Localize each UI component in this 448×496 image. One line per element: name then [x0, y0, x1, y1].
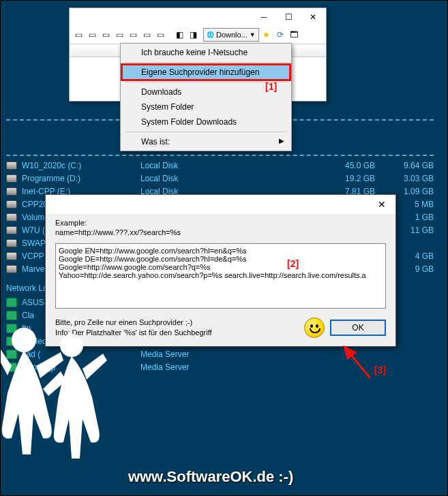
network-type: Media Server — [140, 362, 189, 372]
network-icon — [6, 350, 17, 359]
drive-type: Local Disk — [140, 161, 311, 170]
network-type: Media Server — [140, 350, 189, 359]
dialog-close-button[interactable]: ✕ — [368, 196, 395, 213]
toolbar-icon[interactable]: ▭ — [154, 29, 166, 41]
toolbar-icon[interactable]: ▭ — [72, 29, 85, 41]
drive-icon — [6, 161, 17, 170]
dialog-info-line1: Bitte, pro Zeile nur einen Suchprovider … — [55, 317, 299, 327]
drive-icon — [6, 187, 17, 196]
inet-search-dropdown[interactable]: 🌐 Downlo... ▼ — [203, 28, 259, 42]
annotation-marker-3: [3] — [374, 365, 386, 375]
network-item[interactable]: Nenad (pMedia Server — [6, 360, 189, 373]
example-line: name=http://www.???.xx/?search=%s — [55, 228, 386, 237]
drive-size-total: 19.2 GB — [314, 174, 375, 183]
drive-icon — [6, 174, 17, 183]
network-icon — [6, 337, 17, 346]
annotation-marker-2: [2] — [287, 258, 299, 269]
favorite-icon[interactable]: ★ — [260, 29, 273, 41]
toolbar-icon[interactable]: ▭ — [86, 29, 98, 41]
drive-icon — [6, 226, 17, 234]
drive-icon — [6, 265, 17, 273]
drive-size-free: 3.03 GB — [378, 174, 439, 183]
toolbar-icon[interactable]: ◧ — [173, 29, 185, 41]
network-icon — [6, 298, 17, 307]
toolbar-icon[interactable]: ▭ — [113, 29, 125, 41]
dialog-titlebar: ✕ — [46, 195, 395, 214]
inet-dropdown-menu: Ich brauche keine I-Netsuche Eigene Such… — [120, 43, 292, 151]
example-label: Example: — [55, 218, 386, 228]
submenu-arrow-icon: ▶ — [279, 137, 284, 144]
inet-icon: 🌐 — [207, 31, 214, 38]
drive-type: Local Disk — [140, 174, 311, 183]
toolbar-icon[interactable]: ⟳ — [274, 29, 286, 41]
drive-icon — [6, 252, 17, 260]
drive-name: Programme (D:) — [22, 174, 138, 183]
svg-line-0 — [344, 347, 370, 378]
menu-item-add-provider[interactable]: Eigene Suchprovider hinzufügen — [122, 65, 290, 80]
annotation-arrow — [335, 341, 376, 382]
toolbar-icon[interactable]: 🗔 — [288, 29, 300, 41]
drive-size-total: 45.0 GB — [314, 161, 375, 170]
menu-item-label: Was ist: — [141, 137, 170, 146]
ok-button[interactable]: OK — [330, 320, 386, 336]
drive-icon — [6, 200, 17, 208]
drive-icon — [6, 213, 17, 221]
toolbar-icon[interactable]: ◨ — [187, 29, 199, 41]
drive-icon — [6, 239, 17, 247]
menu-item-system-folder-downloads[interactable]: System Folder Downloads — [122, 114, 290, 129]
toolbar: ▭ ▭ ▭ ▭ ▭ ▭ ▭ ◧ ◨ 🌐 Downlo... ▼ ★ ⟳ 🗔 — [70, 26, 326, 44]
divider — [6, 155, 434, 156]
menu-separator — [125, 62, 287, 63]
brand-bottom-text: www.SoftwareOK.de :-) — [128, 468, 293, 486]
toolbar-icon[interactable]: ▭ — [100, 29, 112, 41]
network-icon — [6, 324, 17, 333]
network-item[interactable]: nad (Media Server — [6, 347, 189, 360]
menu-item-system-folder[interactable]: System Folder — [122, 99, 290, 114]
network-icon — [6, 362, 17, 372]
drive-row[interactable]: W10_2020c (C:)Local Disk45.0 GB9.64 GB — [6, 159, 439, 172]
drive-row[interactable]: Programme (D:)Local Disk19.2 GB3.03 GB — [6, 172, 439, 185]
drive-size-free: 9.64 GB — [378, 161, 439, 170]
dialog-info: Bitte, pro Zeile nur einen Suchprovider … — [55, 317, 299, 337]
menu-item-no-search[interactable]: Ich brauche keine I-Netsuche — [122, 45, 290, 60]
example-text: Example: name=http://www.???.xx/?search=… — [55, 218, 386, 238]
inet-label: Downlo... — [216, 31, 248, 39]
window-titlebar: ─ ☐ ✕ — [70, 8, 326, 26]
menu-item-was-ist[interactable]: Was ist: ▶ — [122, 134, 290, 149]
dialog-info-line2: Info: Der Platzhalter '%s' ist für den S… — [55, 328, 299, 337]
minimize-button[interactable]: ─ — [252, 10, 275, 24]
providers-textarea[interactable] — [55, 243, 386, 309]
maximize-button[interactable]: ☐ — [277, 10, 300, 24]
annotation-marker-1: [1] — [265, 81, 277, 92]
menu-separator — [125, 82, 287, 82]
smiley-icon — [304, 317, 325, 338]
toolbar-icon[interactable]: ▭ — [127, 29, 139, 41]
drive-name: W10_2020c (C:) — [22, 161, 138, 170]
network-icon — [6, 311, 17, 320]
close-button[interactable]: ✕ — [301, 10, 325, 24]
menu-separator — [125, 131, 287, 132]
network-name: Nenad (p — [22, 362, 138, 372]
toolbar-icon[interactable]: ▭ — [140, 29, 153, 41]
search-provider-dialog: ✕ Example: name=http://www.???.xx/?searc… — [45, 194, 396, 347]
chevron-down-icon: ▼ — [250, 31, 256, 38]
network-name: nad ( — [22, 350, 138, 359]
